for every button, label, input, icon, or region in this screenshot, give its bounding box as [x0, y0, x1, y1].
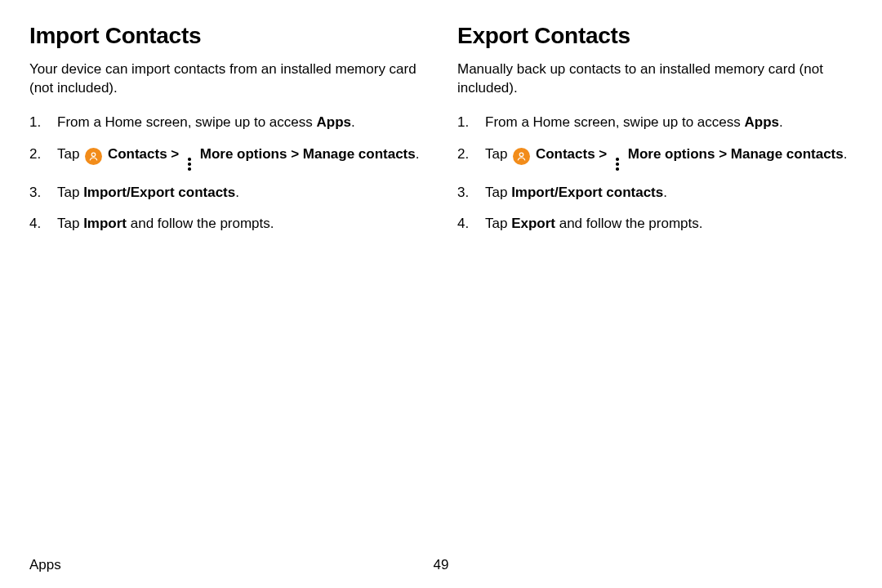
text: and follow the prompts. [127, 216, 274, 231]
text: Tap [485, 185, 511, 200]
arrow: > [167, 146, 183, 162]
two-column-layout: Import Contacts Your device can import c… [29, 23, 853, 246]
contacts-bold: Contacts [536, 146, 595, 162]
export-step-1: From a Home screen, swipe up to access A… [457, 113, 853, 133]
export-bold: Export [511, 216, 555, 231]
text: Tap [57, 185, 83, 200]
import-step-4: Tap Import and follow the prompts. [29, 214, 425, 234]
text: . [779, 114, 783, 130]
more-options-icon [612, 157, 622, 172]
arrow: > [715, 146, 730, 162]
footer-section-label: Apps [29, 557, 61, 573]
manage-contacts-bold: Manage contacts [731, 146, 844, 162]
text: and follow the prompts. [555, 216, 702, 231]
text: Tap [485, 146, 511, 162]
more-options-icon [185, 157, 194, 172]
text: . [235, 185, 239, 200]
contacts-icon [513, 148, 530, 165]
text: Tap [57, 146, 83, 162]
import-export-bold: Import/Export contacts [83, 185, 235, 200]
export-step-3: Tap Import/Export contacts. [457, 183, 853, 203]
import-heading: Import Contacts [29, 23, 425, 49]
text: . [663, 185, 667, 200]
text: From a Home screen, swipe up to access [485, 114, 744, 130]
arrow: > [595, 146, 611, 162]
export-column: Export Contacts Manually back up contact… [457, 23, 853, 246]
apps-bold: Apps [316, 114, 351, 130]
contacts-bold: Contacts [108, 146, 167, 162]
text: . [844, 146, 848, 162]
import-export-bold: Import/Export contacts [511, 185, 663, 200]
import-bold: Import [83, 216, 127, 231]
page-number: 49 [434, 557, 449, 573]
import-steps: From a Home screen, swipe up to access A… [29, 113, 425, 234]
more-options-bold: More options [628, 146, 715, 162]
text: From a Home screen, swipe up to access [57, 114, 316, 130]
text: . [416, 146, 420, 162]
export-steps: From a Home screen, swipe up to access A… [457, 113, 853, 234]
more-options-bold: More options [200, 146, 287, 162]
apps-bold: Apps [744, 114, 779, 130]
text: Tap [57, 216, 83, 231]
text: . [351, 114, 355, 130]
svg-point-1 [519, 153, 523, 157]
import-column: Import Contacts Your device can import c… [29, 23, 425, 246]
arrow: > [287, 146, 302, 162]
import-intro: Your device can import contacts from an … [29, 60, 425, 98]
export-step-2: Tap Contacts > More options > Manage con… [457, 145, 853, 172]
export-step-4: Tap Export and follow the prompts. [457, 214, 853, 234]
export-intro: Manually back up contacts to an installe… [457, 60, 853, 98]
contacts-icon [85, 148, 102, 165]
text: Tap [485, 216, 511, 231]
svg-point-0 [91, 153, 96, 157]
import-step-2: Tap Contacts > More options > Manage con… [29, 145, 425, 172]
import-step-3: Tap Import/Export contacts. [29, 183, 425, 203]
export-heading: Export Contacts [457, 23, 853, 49]
manage-contacts-bold: Manage contacts [303, 146, 416, 162]
import-step-1: From a Home screen, swipe up to access A… [29, 113, 425, 133]
